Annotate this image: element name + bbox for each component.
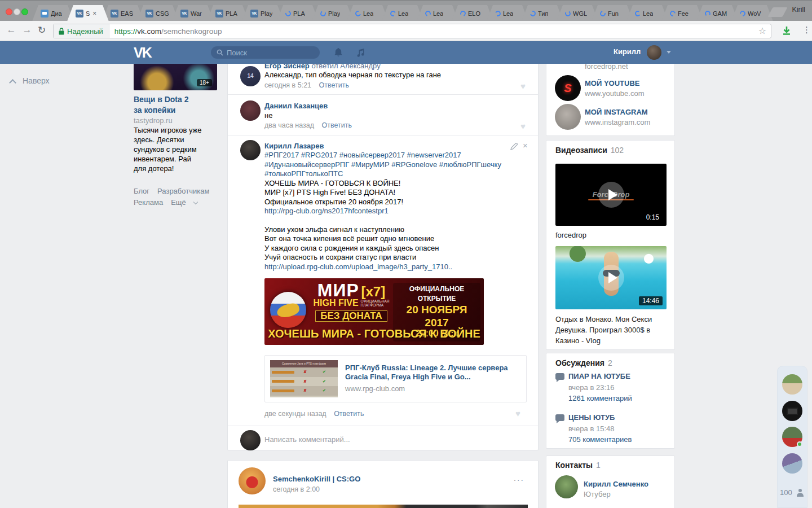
post-menu-icon[interactable]: ...	[514, 473, 524, 483]
browser-tab[interactable]: Lea	[347, 5, 389, 21]
instagram-link-avatar[interactable]	[555, 104, 581, 130]
videos-header[interactable]: Видеозаписи102	[555, 146, 624, 155]
hashtag-links[interactable]: #РПГ2017 #RPG2017 #новыйсервер2017 #news…	[264, 151, 501, 178]
browser-tab[interactable]: WoV	[731, 5, 773, 21]
post-image-top-edge[interactable]	[239, 505, 528, 508]
contacts-header[interactable]: Контакты1	[555, 461, 601, 470]
reply-link[interactable]: Ответить	[334, 410, 364, 418]
discussion-title[interactable]: ЦЕНЫ ЮТУБ	[568, 413, 615, 422]
video-title[interactable]: forcedrop	[555, 230, 667, 240]
commenter-name[interactable]: Даниил Казанцев	[264, 102, 328, 110]
link-preview-domain[interactable]: www.rpg-club.com	[345, 384, 521, 394]
post-author-link[interactable]: SemchenkoKirill | CS:GO	[273, 475, 360, 483]
commenter-avatar[interactable]	[240, 140, 261, 160]
discussion-comments-link[interactable]: 1261 комментарий	[568, 394, 632, 402]
commenter-avatar[interactable]	[240, 100, 261, 121]
site-link-domain[interactable]: forcedrop.net	[585, 64, 628, 71]
commenter-name[interactable]: Егор Зиснер ответил Александру	[264, 64, 381, 70]
write-comment-input[interactable]: Написать комментарий...	[264, 435, 350, 444]
contacts-header-label[interactable]: Контакты	[555, 461, 593, 470]
zoom-window-button[interactable]	[21, 8, 28, 15]
external-link[interactable]: http://upload.rpg-club.com/upload_image/…	[264, 262, 528, 272]
reply-link[interactable]: Ответить	[319, 81, 349, 89]
security-chip[interactable]: Надежный	[54, 24, 109, 38]
browser-tab[interactable]: VKPlay	[242, 5, 284, 21]
instagram-link-title[interactable]: МОЙ INSTAGRAM	[585, 108, 648, 116]
commenter-avatar[interactable]: 14	[240, 66, 261, 86]
like-heart-icon[interactable]: ♥	[520, 121, 526, 131]
header-user-avatar[interactable]	[647, 45, 661, 60]
footer-link-blog[interactable]: Блог	[134, 186, 149, 197]
browser-menu-icon[interactable]: ⋮	[802, 25, 811, 35]
reload-button[interactable]: ↻	[35, 24, 48, 36]
download-icon[interactable]	[782, 26, 792, 36]
contact-name-link[interactable]: Кирилл Семченко	[584, 480, 648, 488]
friend-avatar-beach-photo[interactable]	[782, 453, 802, 474]
back-to-top-link[interactable]: Наверх	[10, 76, 50, 85]
videos-header-label[interactable]: Видеозаписи	[555, 146, 607, 155]
close-window-button[interactable]	[6, 8, 12, 15]
footer-link-ads[interactable]: Реклама	[134, 197, 163, 208]
browser-tab[interactable]: VKEAS	[102, 5, 144, 21]
browser-tab[interactable]: VKS×	[67, 5, 109, 21]
browser-tab[interactable]: Lea	[417, 5, 458, 21]
browser-tab[interactable]: Lea	[626, 5, 668, 21]
url-field[interactable]: Надежный https://vk.com/semchenkogroup ☆	[53, 24, 771, 38]
contact-avatar[interactable]	[555, 475, 578, 498]
commenter-name[interactable]: Кирилл Лазарев	[264, 142, 324, 150]
commenter-name-link[interactable]: Егор Зиснер	[264, 64, 310, 70]
ad-image[interactable]: 18+	[134, 64, 217, 90]
browser-tab[interactable]: Play	[312, 5, 354, 21]
link-preview-card[interactable]: Сравнение Java и PTS платформ ✘✔✘✔✘✔✘✔✘✔…	[264, 355, 527, 402]
notifications-bell-icon[interactable]	[333, 47, 344, 58]
new-tab-button[interactable]	[767, 7, 787, 17]
instagram-link-domain[interactable]: www.instagram.com	[585, 118, 650, 126]
delete-comment-icon[interactable]: ×	[523, 142, 528, 149]
like-heart-icon[interactable]: ♥	[515, 409, 520, 419]
external-link[interactable]: http://rpg-club.org/ns2017hfcontestpr1	[264, 207, 528, 216]
friend-avatar-camera-logo[interactable]	[782, 401, 802, 421]
attached-banner-image[interactable]: МИР [x7] HIGH FIVE официальная платформа…	[264, 278, 484, 345]
browser-tab[interactable]: Lea	[487, 5, 528, 21]
commenter-name-link[interactable]: Даниил Казанцев	[264, 102, 328, 110]
reply-link[interactable]: Ответить	[322, 121, 352, 129]
bookmark-star-icon[interactable]: ☆	[758, 25, 766, 36]
video-thumbnail[interactable]: ForceDrop 0:15	[555, 164, 667, 226]
commenter-name-link[interactable]: Кирилл Лазарев	[264, 142, 324, 150]
browser-tab[interactable]: Тип	[522, 5, 563, 21]
discussion-comments-link[interactable]: 705 комментариев	[568, 435, 632, 444]
friend-avatar-couple-photo[interactable]	[782, 374, 802, 395]
online-count[interactable]: 100	[780, 488, 792, 497]
post-time[interactable]: сегодня в 2:00	[273, 485, 320, 493]
youtube-link-avatar[interactable]: S	[555, 75, 581, 101]
browser-tab[interactable]: Fee	[661, 5, 703, 21]
browser-tab[interactable]: WGL	[557, 5, 598, 21]
minimize-window-button[interactable]	[14, 8, 20, 15]
discussions-header-label[interactable]: Обсуждения	[555, 358, 604, 367]
header-user-chevron-down-icon[interactable]	[667, 51, 671, 54]
ad-title-link[interactable]: Вещи в Dota 2 за копейки	[134, 94, 218, 116]
forward-button[interactable]: →	[20, 24, 34, 36]
group-avatar[interactable]	[239, 467, 266, 494]
discussions-header[interactable]: Обсуждения2	[555, 358, 612, 367]
vk-logo[interactable]: VK	[134, 45, 151, 61]
video-title[interactable]: Отдых в Монако. Моя Секси Девушка. Проиг…	[555, 314, 667, 346]
footer-link-developers[interactable]: Разработчикам	[157, 186, 209, 197]
tab-close-icon[interactable]: ×	[92, 10, 96, 17]
like-heart-icon[interactable]: ♥	[520, 81, 526, 91]
video-thumbnail[interactable]: 14:46	[555, 246, 667, 309]
browser-tab[interactable]: Lea	[382, 5, 423, 21]
browser-tab[interactable]: Диа	[32, 5, 74, 21]
chrome-profile-name[interactable]: Kirill	[792, 6, 805, 14]
footer-link-more[interactable]: Ещё	[171, 197, 186, 208]
browser-tab[interactable]: GAM	[696, 5, 738, 21]
browser-tab[interactable]: VKWar	[172, 5, 214, 21]
browser-tab[interactable]: ELO	[452, 5, 493, 21]
browser-tab[interactable]: VKCSG	[137, 5, 179, 21]
edit-pencil-icon[interactable]	[510, 143, 518, 150]
browser-tab[interactable]: Fun	[592, 5, 633, 21]
music-note-icon[interactable]	[356, 47, 367, 58]
link-preview-title[interactable]: РПГ-Клуб Russia: Lineage 2. Лучшие серве…	[345, 364, 521, 382]
header-user-name[interactable]: Кирилл	[614, 47, 641, 56]
youtube-link-domain[interactable]: www.youtube.com	[585, 89, 645, 98]
